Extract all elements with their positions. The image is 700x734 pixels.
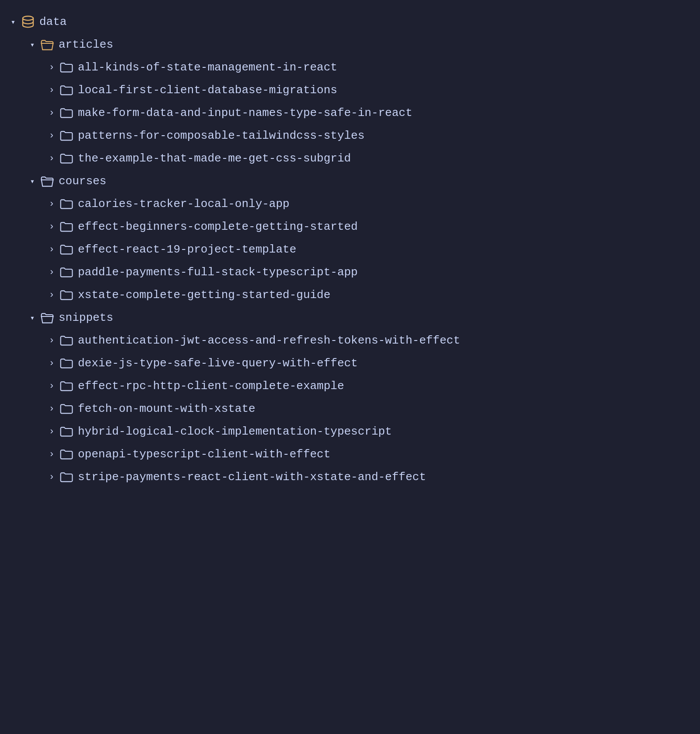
chevron-right-icon: [46, 380, 58, 392]
chevron-right-icon: [46, 198, 58, 210]
chevron-right-icon: [46, 243, 58, 256]
folder-closed-icon: [60, 447, 74, 461]
item-label: effect-beginners-complete-getting-starte…: [78, 220, 358, 233]
chevron-down-icon: [26, 312, 38, 324]
item-label: hybrid-logical-clock-implementation-type…: [78, 425, 392, 438]
folder-closed-icon: [60, 402, 74, 416]
chevron-right-icon: [46, 289, 58, 301]
folder-closed-icon: [60, 288, 74, 302]
list-item[interactable]: all-kinds-of-state-management-in-react: [0, 56, 700, 79]
chevron-right-icon: [46, 403, 58, 415]
file-tree: data articles all-kinds-of-state-managem…: [0, 7, 700, 492]
list-item[interactable]: effect-react-19-project-template: [0, 238, 700, 261]
chevron-right-icon: [46, 266, 58, 278]
folder-closed-icon: [60, 151, 74, 165]
list-item[interactable]: make-form-data-and-input-names-type-safe…: [0, 102, 700, 124]
chevron-right-icon: [46, 471, 58, 483]
chevron-right-icon: [46, 152, 58, 165]
folder-closed-icon: [60, 220, 74, 234]
chevron-right-icon: [46, 357, 58, 369]
chevron-right-icon: [46, 425, 58, 438]
chevron-right-icon: [46, 130, 58, 142]
folder-closed-icon: [60, 106, 74, 120]
item-label: fetch-on-mount-with-xstate: [78, 402, 256, 415]
folder-closed-icon: [60, 60, 74, 74]
list-item[interactable]: calories-tracker-local-only-app: [0, 193, 700, 215]
list-item[interactable]: hybrid-logical-clock-implementation-type…: [0, 420, 700, 443]
list-item[interactable]: openapi-typescript-client-with-effect: [0, 443, 700, 466]
list-item[interactable]: effect-rpc-http-client-complete-example: [0, 375, 700, 397]
chevron-right-icon: [46, 334, 58, 347]
chevron-down-icon: [26, 39, 38, 51]
list-item[interactable]: xstate-complete-getting-started-guide: [0, 284, 700, 306]
list-item[interactable]: stripe-payments-react-client-with-xstate…: [0, 466, 700, 488]
chevron-right-icon: [46, 221, 58, 233]
list-item[interactable]: local-first-client-database-migrations: [0, 79, 700, 102]
item-label: effect-react-19-project-template: [78, 243, 296, 256]
svg-point-0: [23, 16, 33, 20]
folder-closed-icon: [60, 425, 74, 439]
folder-closed-icon: [60, 83, 74, 97]
item-label: all-kinds-of-state-management-in-react: [78, 61, 337, 74]
folder-closed-icon: [60, 129, 74, 143]
folder-closed-icon: [60, 470, 74, 484]
item-label: make-form-data-and-input-names-type-safe…: [78, 106, 413, 119]
section-snippets-label: snippets: [59, 311, 113, 324]
tree-root[interactable]: data: [0, 11, 700, 33]
folder-closed-icon: [60, 356, 74, 370]
item-label: local-first-client-database-migrations: [78, 84, 337, 97]
list-item[interactable]: effect-beginners-complete-getting-starte…: [0, 215, 700, 238]
chevron-right-icon: [46, 84, 58, 96]
chevron-right-icon: [46, 107, 58, 119]
chevron-right-icon: [46, 448, 58, 460]
item-label: calories-tracker-local-only-app: [78, 197, 290, 211]
folder-closed-icon: [60, 379, 74, 393]
list-item[interactable]: authentication-jwt-access-and-refresh-to…: [0, 329, 700, 352]
section-snippets[interactable]: snippets: [0, 306, 700, 329]
folder-closed-icon: [60, 265, 74, 279]
list-item[interactable]: patterns-for-composable-tailwindcss-styl…: [0, 124, 700, 147]
folder-closed-icon: [60, 242, 74, 256]
item-label: xstate-complete-getting-started-guide: [78, 288, 330, 302]
item-label: the-example-that-made-me-get-css-subgrid: [78, 152, 351, 165]
folder-open-icon: [40, 174, 54, 188]
item-label: paddle-payments-full-stack-typescript-ap…: [78, 266, 358, 279]
folder-open-icon: [40, 38, 54, 52]
list-item[interactable]: dexie-js-type-safe-live-query-with-effec…: [0, 352, 700, 375]
item-label: stripe-payments-react-client-with-xstate…: [78, 471, 426, 484]
section-courses[interactable]: courses: [0, 170, 700, 193]
database-icon: [21, 15, 35, 29]
section-courses-label: courses: [59, 175, 106, 188]
list-item[interactable]: fetch-on-mount-with-xstate: [0, 397, 700, 420]
section-articles[interactable]: articles: [0, 33, 700, 56]
item-label: dexie-js-type-safe-live-query-with-effec…: [78, 357, 358, 370]
item-label: openapi-typescript-client-with-effect: [78, 448, 330, 461]
section-articles-label: articles: [59, 38, 113, 51]
folder-open-icon: [40, 311, 54, 325]
list-item[interactable]: paddle-payments-full-stack-typescript-ap…: [0, 261, 700, 284]
list-item[interactable]: the-example-that-made-me-get-css-subgrid: [0, 147, 700, 170]
chevron-right-icon: [46, 61, 58, 74]
root-label: data: [39, 15, 66, 28]
chevron-down-icon: [26, 175, 38, 187]
folder-closed-icon: [60, 334, 74, 348]
chevron-down-icon: [7, 16, 19, 28]
item-label: authentication-jwt-access-and-refresh-to…: [78, 334, 460, 347]
item-label: effect-rpc-http-client-complete-example: [78, 379, 344, 393]
folder-closed-icon: [60, 197, 74, 211]
item-label: patterns-for-composable-tailwindcss-styl…: [78, 129, 364, 142]
